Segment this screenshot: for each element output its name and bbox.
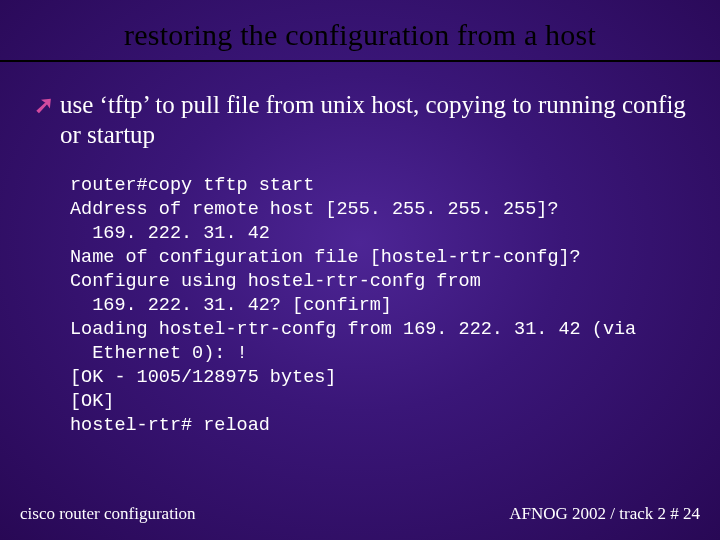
arrow-icon: ➚: [34, 91, 54, 119]
bullet-text: use ‘tftp’ to pull file from unix host, …: [60, 90, 686, 150]
terminal-block: router#copy tftp start Address of remote…: [70, 174, 686, 438]
content-area: ➚ use ‘tftp’ to pull file from unix host…: [0, 62, 720, 438]
bullet-row: ➚ use ‘tftp’ to pull file from unix host…: [34, 90, 686, 150]
slide-title: restoring the configuration from a host: [0, 18, 720, 52]
footer: cisco router configuration AFNOG 2002 / …: [0, 504, 720, 524]
title-area: restoring the configuration from a host: [0, 0, 720, 62]
footer-right: AFNOG 2002 / track 2 # 24: [509, 504, 700, 524]
footer-left: cisco router configuration: [20, 504, 196, 524]
